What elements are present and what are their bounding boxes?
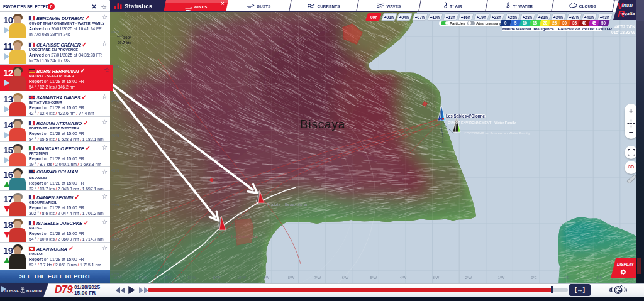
svg-text:11°W: 11°W [212, 276, 221, 280]
svg-text:47°N: 47°N [111, 99, 119, 103]
svg-text:46°N: 46°N [111, 134, 119, 138]
svg-text:10°W: 10°W [237, 276, 246, 280]
svg-text:GUYOT ENVIRONNEMENT - Water Fa: GUYOT ENVIRONNEMENT - Water Family [448, 121, 516, 124]
svg-text:44°N: 44°N [111, 203, 119, 207]
svg-text:L'OCCITANE en Provence - Water: L'OCCITANE en Provence - Water Family [464, 131, 531, 135]
svg-text:3°W: 3°W [433, 276, 440, 280]
svg-text:20.7 kts: 20.7 kts [118, 41, 132, 45]
svg-text:7°W: 7°W [314, 276, 321, 280]
svg-text:Malizia - Seaexplorer: Malizia - Seaexplorer [267, 202, 308, 207]
svg-text:2°W: 2°W [465, 276, 472, 280]
svg-text:300°: 300° [123, 36, 131, 40]
svg-text:2°E: 2°E [597, 276, 602, 280]
svg-text:5°W: 5°W [370, 276, 377, 280]
svg-text:13°W: 13°W [163, 276, 172, 280]
svg-text:43°N: 43°N [111, 238, 119, 241]
svg-text:6°W: 6°W [342, 276, 349, 280]
svg-text:15°W: 15°W [113, 276, 122, 280]
svg-text:Les Sables-d'Olonne: Les Sables-d'Olonne [446, 114, 486, 118]
svg-text:12°W: 12°W [187, 276, 196, 280]
svg-text:45°N: 45°N [111, 168, 119, 172]
svg-text:1°W: 1°W [498, 276, 505, 280]
svg-text:14°W: 14°W [138, 276, 147, 280]
svg-text:1°E: 1°E [564, 276, 570, 280]
svg-text:8°W: 8°W [288, 276, 295, 280]
svg-text:49°N: 49°N [111, 30, 119, 34]
svg-text:9°W: 9°W [263, 276, 270, 280]
svg-text:Biscaya: Biscaya [300, 118, 345, 131]
svg-text:Initiatives-Cœur: Initiatives-Cœur [231, 234, 258, 238]
svg-text:0°E: 0°E [531, 276, 537, 280]
svg-text:4°W: 4°W [400, 276, 407, 280]
